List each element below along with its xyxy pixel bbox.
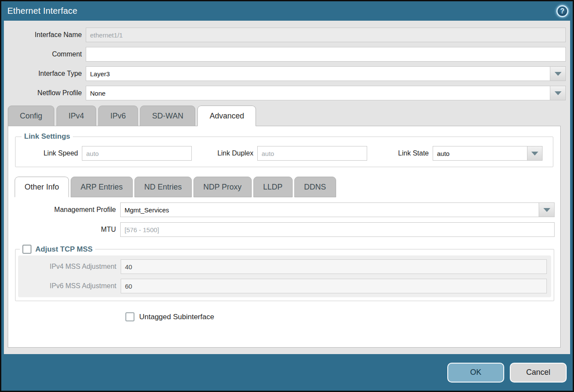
comment-row: Comment — [4, 47, 566, 62]
tab-advanced[interactable]: Advanced — [197, 106, 256, 126]
ipv4-mss-label: IPv4 MSS Adjustment — [22, 263, 121, 271]
interface-type-select[interactable]: Layer3 — [86, 66, 566, 81]
tab-arp-entries[interactable]: ARP Entries — [71, 177, 133, 197]
chevron-down-icon — [555, 72, 562, 76]
untagged-subinterface-row: Untagged Subinterface — [125, 312, 560, 321]
link-settings-legend: Link Settings — [22, 132, 73, 141]
tab-ddns[interactable]: DDNS — [294, 177, 336, 197]
netflow-profile-select[interactable]: None — [86, 86, 566, 100]
link-state-dropdown-button[interactable] — [527, 146, 543, 161]
ipv4-mss-row: IPv4 MSS Adjustment — [22, 259, 547, 274]
mtu-row: MTU — [8, 222, 555, 237]
cancel-button[interactable]: Cancel — [510, 363, 567, 383]
interface-name-label: Interface Name — [4, 31, 86, 39]
management-profile-label: Management Profile — [8, 206, 120, 214]
management-profile-value: Mgmt_Services — [120, 202, 539, 217]
footer-bar: OK Cancel — [1, 354, 573, 391]
comment-field[interactable] — [86, 47, 566, 62]
netflow-profile-row: Netflow Profile None — [4, 86, 566, 100]
main-form: Interface Name Comment Interface Type La… — [4, 21, 570, 100]
interface-name-field — [86, 28, 566, 42]
netflow-profile-dropdown-button[interactable] — [550, 86, 566, 100]
ipv6-mss-row: IPv6 MSS Adjustment — [22, 279, 547, 293]
advanced-tab-panel: Link Settings Link Speed Link Duplex Lin… — [8, 126, 561, 348]
adjust-tcp-mss-checkbox[interactable] — [22, 245, 31, 254]
netflow-profile-value: None — [86, 86, 550, 100]
title-bar: Ethernet Interface ? — [1, 1, 573, 21]
chevron-down-icon — [543, 208, 550, 212]
tab-lldp[interactable]: LLDP — [253, 177, 293, 197]
dialog-title: Ethernet Interface — [7, 6, 78, 16]
interface-type-dropdown-button[interactable] — [550, 66, 566, 81]
link-duplex-label: Link Duplex — [192, 149, 257, 157]
ipv6-mss-label: IPv6 MSS Adjustment — [22, 282, 121, 290]
interface-type-row: Interface Type Layer3 — [4, 66, 566, 81]
management-profile-row: Management Profile Mgmt_Services — [8, 202, 555, 217]
tab-ipv6[interactable]: IPv6 — [98, 106, 138, 126]
interface-type-label: Interface Type — [4, 70, 86, 78]
adjust-tcp-mss-fieldset: Adjust TCP MSS IPv4 MSS Adjustment IPv6 … — [15, 245, 554, 301]
comment-label: Comment — [4, 50, 86, 58]
tab-ipv4[interactable]: IPv4 — [56, 106, 96, 126]
interface-type-value: Layer3 — [86, 66, 550, 81]
tab-nd-entries[interactable]: ND Entries — [134, 177, 192, 197]
help-glyph: ? — [560, 7, 565, 15]
mss-disabled-panel: IPv4 MSS Adjustment IPv6 MSS Adjustment — [18, 255, 551, 297]
main-tabs: Config IPv4 IPv6 SD-WAN Advanced — [4, 106, 570, 126]
tab-config[interactable]: Config — [8, 106, 54, 126]
help-icon[interactable]: ? — [556, 5, 568, 17]
link-duplex-field[interactable] — [257, 146, 367, 161]
tab-sdwan[interactable]: SD-WAN — [140, 106, 195, 126]
interface-name-row: Interface Name — [4, 28, 566, 42]
ethernet-interface-dialog: Ethernet Interface ? Interface Name Comm… — [0, 0, 574, 392]
link-speed-label: Link Speed — [19, 149, 82, 157]
management-profile-select[interactable]: Mgmt_Services — [120, 202, 555, 217]
link-speed-field[interactable] — [82, 146, 192, 161]
link-settings-fieldset: Link Settings Link Speed Link Duplex Lin… — [15, 132, 553, 167]
inner-tabs: Other Info ARP Entries ND Entries NDP Pr… — [8, 177, 560, 197]
link-state-value: auto — [433, 146, 527, 161]
ipv6-mss-field — [121, 279, 547, 293]
mtu-label: MTU — [8, 226, 120, 233]
chevron-down-icon — [531, 152, 538, 156]
tab-other-info[interactable]: Other Info — [15, 177, 69, 197]
adjust-tcp-mss-legend: Adjust TCP MSS — [20, 245, 95, 254]
ipv4-mss-field — [121, 259, 547, 274]
tab-ndp-proxy[interactable]: NDP Proxy — [193, 177, 252, 197]
untagged-subinterface-label: Untagged Subinterface — [139, 313, 214, 321]
ok-button[interactable]: OK — [447, 363, 504, 383]
untagged-subinterface-checkbox[interactable] — [125, 312, 134, 321]
management-profile-dropdown-button[interactable] — [539, 202, 555, 217]
mtu-field[interactable] — [120, 222, 555, 237]
link-state-select[interactable]: auto — [433, 146, 543, 161]
link-settings-row: Link Speed Link Duplex Link State auto — [19, 143, 549, 161]
adjust-tcp-mss-label: Adjust TCP MSS — [35, 245, 93, 254]
link-state-label: Link State — [367, 149, 433, 157]
chevron-down-icon — [555, 91, 562, 95]
netflow-profile-label: Netflow Profile — [4, 89, 86, 97]
dialog-body: Interface Name Comment Interface Type La… — [4, 21, 570, 354]
